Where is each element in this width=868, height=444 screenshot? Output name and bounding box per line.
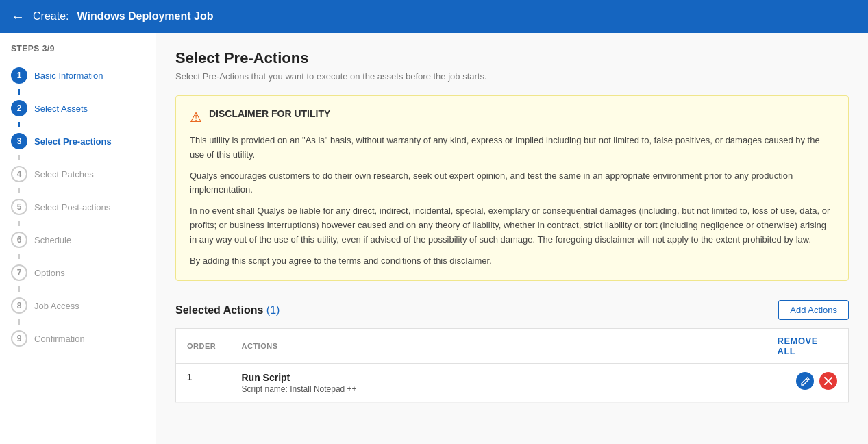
connector-5-6 <box>18 221 20 226</box>
col-header-remove: Remove All <box>767 329 849 364</box>
disclaimer-para-3: In no event shall Qualys be liable for a… <box>190 204 834 247</box>
step-label-7: Options <box>34 268 65 278</box>
main-content: Select Pre-Actions Select Pre-Actions th… <box>156 33 868 444</box>
disclaimer-body: This utility is provided on an "As is" b… <box>190 134 834 268</box>
step-circle-1: 1 <box>11 67 27 84</box>
step-label-3: Select Pre-actions <box>34 136 112 147</box>
close-icon <box>824 377 832 385</box>
step-label-6: Schedule <box>34 235 71 245</box>
disclaimer-header: ⚠ DISCLAIMER FOR UTILITY <box>190 108 834 125</box>
col-header-order: ORDER <box>176 329 231 364</box>
page-subtitle: Select Pre-Actions that you want to exec… <box>175 71 849 82</box>
step-label-2: Select Assets <box>34 103 88 114</box>
sidebar-item-select-assets[interactable]: 2 Select Assets <box>0 95 156 122</box>
header-title-main: Windows Deployment Job <box>77 10 213 23</box>
disclaimer-title: DISCLAIMER FOR UTILITY <box>209 108 330 119</box>
app-layout: STEPS 3/9 1 Basic Information 2 Select A… <box>0 33 868 444</box>
script-label: Script name: <box>242 384 288 394</box>
selected-actions-count-value: (1) <box>266 304 280 316</box>
step-label-9: Confirmation <box>34 334 85 344</box>
connector-4-5 <box>18 188 20 193</box>
selected-actions-title-group: Selected Actions (1) <box>175 304 280 317</box>
disclaimer-para-1: This utility is provided on an "As is" b… <box>190 134 834 162</box>
sidebar-item-job-access[interactable]: 8 Job Access <box>0 292 156 319</box>
edit-icon <box>801 377 810 386</box>
action-controls-cell <box>767 364 849 403</box>
step-label-8: Job Access <box>34 301 79 311</box>
action-script-info: Script name: Install Notepad ++ <box>242 384 756 394</box>
connector-7-8 <box>18 286 20 292</box>
sidebar-item-confirmation[interactable]: 9 Confirmation <box>0 325 156 352</box>
remove-all-link[interactable]: Remove All <box>778 336 838 356</box>
sidebar-item-select-patches[interactable]: 4 Select Patches <box>0 160 156 188</box>
action-icons <box>778 372 838 390</box>
step-circle-5: 5 <box>11 199 27 215</box>
sidebar-item-basic-information[interactable]: 1 Basic Information <box>0 62 156 89</box>
connector-1-2 <box>18 89 20 95</box>
step-circle-8: 8 <box>11 297 27 314</box>
step-label-1: Basic Information <box>34 71 103 81</box>
edit-action-button[interactable] <box>796 372 814 390</box>
col-header-actions: ACTIONS <box>231 329 767 364</box>
action-order: 1 <box>187 372 192 382</box>
selected-actions-title: Selected Actions <box>175 304 263 316</box>
sidebar-item-select-postactions[interactable]: 5 Select Post-actions <box>0 193 156 221</box>
remove-action-button[interactable] <box>819 372 837 390</box>
step-circle-6: 6 <box>11 232 27 248</box>
disclaimer-para-4: By adding this script you agree to the t… <box>190 254 834 269</box>
connector-2-3 <box>18 122 20 127</box>
sidebar-item-schedule[interactable]: 6 Schedule <box>0 226 156 254</box>
add-actions-button[interactable]: Add Actions <box>778 300 849 320</box>
sidebar: STEPS 3/9 1 Basic Information 2 Select A… <box>0 33 156 444</box>
step-circle-2: 2 <box>11 100 27 116</box>
connector-6-7 <box>18 254 20 259</box>
header-title-prefix: Create: <box>33 10 69 23</box>
back-icon[interactable]: ← <box>11 9 25 25</box>
step-label-5: Select Post-actions <box>34 202 110 212</box>
connector-3-4 <box>18 155 20 160</box>
step-circle-9: 9 <box>11 330 27 347</box>
app-header: ← Create: Windows Deployment Job <box>0 0 868 33</box>
step-label-4: Select Patches <box>34 169 94 180</box>
step-circle-4: 4 <box>11 166 27 182</box>
action-order-cell: 1 <box>176 364 231 403</box>
warning-icon: ⚠ <box>190 109 202 125</box>
table-row: 1 Run Script Script name: Install Notepa… <box>176 364 849 403</box>
sidebar-item-select-preactions[interactable]: 3 Select Pre-actions <box>0 127 156 155</box>
step-circle-3: 3 <box>11 133 27 149</box>
page-title: Select Pre-Actions <box>175 49 849 67</box>
connector-8-9 <box>18 319 20 325</box>
script-value: Install Notepad ++ <box>290 384 356 394</box>
step-circle-7: 7 <box>11 264 27 281</box>
disclaimer-para-2: Qualys encourages customers to do their … <box>190 169 834 198</box>
sidebar-item-options[interactable]: 7 Options <box>0 259 156 286</box>
steps-label: STEPS 3/9 <box>0 44 156 62</box>
disclaimer-box: ⚠ DISCLAIMER FOR UTILITY This utility is… <box>175 95 849 281</box>
action-details-cell: Run Script Script name: Install Notepad … <box>231 364 767 403</box>
action-name: Run Script <box>242 372 756 383</box>
actions-table: ORDER ACTIONS Remove All 1 Run Script <box>175 328 849 403</box>
selected-actions-header: Selected Actions (1) Add Actions <box>175 300 849 320</box>
